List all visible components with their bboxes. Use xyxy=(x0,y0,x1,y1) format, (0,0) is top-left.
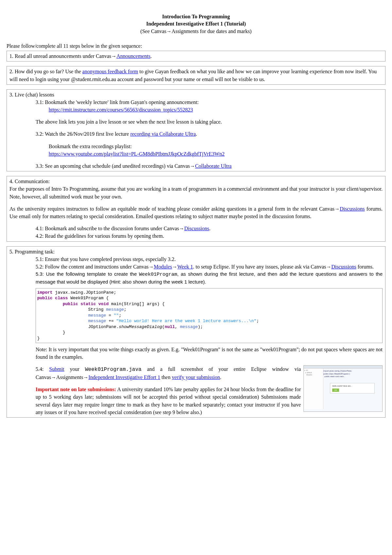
step5-4-d: then xyxy=(160,374,172,380)
discussions-link-3[interactable]: Discussions xyxy=(331,264,356,269)
verify-submission-link[interactable]: verify your submission xyxy=(172,374,220,380)
late-note-title: Important note on late submissions: xyxy=(36,387,116,392)
submit-link[interactable]: Submit xyxy=(49,366,64,372)
step5-1: 5.1: Ensure that you have completed prev… xyxy=(9,255,383,263)
step4-2: 4.2: Read the guidelines for various for… xyxy=(9,232,383,240)
intro-text: Please follow/complete all 11 steps belo… xyxy=(7,43,385,49)
step3-2-b: . xyxy=(196,131,197,137)
playlist-link[interactable]: https://www.youtube.com/playlist?list=PL… xyxy=(49,151,225,157)
step1-suffix: . xyxy=(150,53,152,59)
step1-text: 1. Read all unread announcements under C… xyxy=(9,53,116,59)
step5-note: Note: It is very important that you writ… xyxy=(9,346,383,361)
step3-title: 3. Live (chat) lessons xyxy=(9,91,383,98)
step-4-box: 4. Communication: For the purposes of In… xyxy=(7,176,385,241)
step4-1-b: . xyxy=(209,226,211,231)
discussions-link-2[interactable]: Discussions xyxy=(184,226,209,231)
step5-2-mid: → xyxy=(172,264,177,269)
iie1-link[interactable]: Independent Investigative Effort 1 xyxy=(89,374,160,380)
step5-title: 5. Programming task: xyxy=(9,248,383,255)
title-line-2: Independent Investigative Effort 1 (Tuto… xyxy=(7,20,385,27)
step5-3-a: 5.3: Use the following template to creat… xyxy=(36,271,139,277)
step5-2-b: . to setup Eclipse. If you have any issu… xyxy=(193,264,331,269)
step3-2-extra: Bookmark the extra recordings playlist: xyxy=(9,143,383,150)
step5-4-b: your xyxy=(64,366,85,372)
step5-2-c: forums. xyxy=(356,264,374,269)
step4-1-a: 4.1: Bookmark and subscribe to the discu… xyxy=(36,226,184,231)
step3-1-note: The above link lets you join a live less… xyxy=(9,118,383,126)
discussions-link-1[interactable]: Discussions xyxy=(340,206,365,212)
step-1-box: 1. Read all unread announcements under C… xyxy=(7,51,385,61)
recording-link[interactable]: recording via Collaborate Ultra xyxy=(130,131,196,137)
announcements-link[interactable]: Announcements xyxy=(116,53,150,59)
step3-3-a: 3.3: See an upcoming chat schedule (and … xyxy=(36,163,195,169)
week01program-name: Week01Program xyxy=(139,272,177,277)
step5-4-a: 5.4: xyxy=(36,366,49,372)
feedback-form-link[interactable]: anonymous feedback form xyxy=(82,69,138,74)
step4-title: 4. Communication: xyxy=(9,178,383,185)
step4-p2a: As the university requires instructors t… xyxy=(9,206,340,212)
step5-4-e: . xyxy=(220,374,221,380)
step-3-box: 3. Live (chat) lessons 3.1: Bookmark the… xyxy=(7,89,385,172)
step-5-box: 5. Programming task: 5.1: Ensure that yo… xyxy=(7,246,385,418)
step3-1: 3.1: Bookmark the 'weekly lecture' link … xyxy=(9,98,383,106)
filename: Week01Program.java xyxy=(85,367,141,373)
eclipse-screenshot-thumbnail: ▸ src ▸ default Week01 import javax.swin… xyxy=(303,365,383,412)
step4-p1: For the purposes of Intro To Programming… xyxy=(9,185,383,200)
weekly-lecture-link[interactable]: https://rmit.instructure.com/courses/565… xyxy=(49,107,193,113)
title-line-1: Introduction To Programming xyxy=(7,13,385,20)
week1-link[interactable]: Week 1 xyxy=(177,264,193,269)
collaborate-ultra-link[interactable]: Collaborate Ultra xyxy=(195,163,232,169)
document-header: Introduction To Programming Independent … xyxy=(7,13,385,35)
step2-text-a: 2. How did you go so far? Use the xyxy=(9,69,82,74)
code-template: import javax.swing.JOptionPane; public c… xyxy=(36,288,383,343)
subtitle: (See Canvas→Assignments for due dates an… xyxy=(7,28,385,35)
step3-2-a: 3.2: Watch the 26/Nov/2019 first live le… xyxy=(36,131,130,137)
modules-link[interactable]: Modules xyxy=(154,264,172,269)
step5-2-a: 5.2: Follow the content and instructions… xyxy=(36,264,154,269)
step-2-box: 2. How did you go so far? Use the anonym… xyxy=(7,66,385,84)
